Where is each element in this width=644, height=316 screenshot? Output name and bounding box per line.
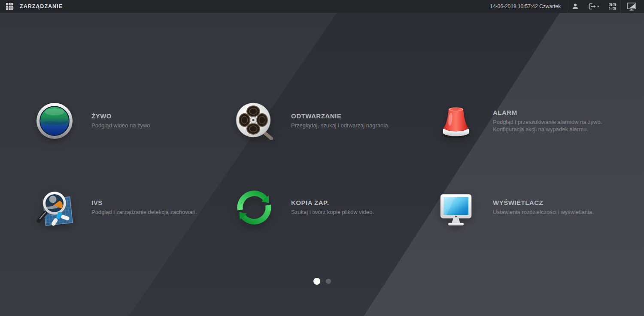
tile-desc-line2: Konfiguracja akcji na wypadek alarmu. [493,126,602,133]
tile-text: ODTWARZANIE Przeglądaj, szukaj i odtwarz… [291,112,389,129]
menu-tile-ivs[interactable]: IVS Podgląd i zarządzanie detekcją zacho… [36,189,234,226]
tile-title: IVS [91,199,197,206]
ivs-magnifier-icon [36,189,73,226]
tile-text: IVS Podgląd i zarządzanie detekcją zacho… [91,199,197,216]
page-dot-1[interactable] [313,278,320,285]
tile-desc: Przeglądaj, szukaj i odtwarzaj nagrania. [291,122,389,129]
tile-title: ODTWARZANIE [291,112,389,120]
tile-title: KOPIA ZAP. [291,199,374,206]
tile-desc: Szukaj i twórz kopie plików video. [291,209,374,216]
display-monitor-icon [437,189,475,226]
qr-code-icon[interactable] [604,0,620,13]
tile-text: KOPIA ZAP. Szukaj i twórz kopie plików v… [291,199,374,216]
page-dot-2[interactable] [326,279,331,284]
live-view-icon [36,102,73,140]
page-title: ZARZĄDZANIE [20,3,63,9]
tile-title: ŻYWO [91,112,152,120]
film-reel-icon [235,102,273,140]
top-bar-left: ZARZĄDZANIE [0,0,63,13]
tile-title: WYŚWIETLACZ [493,199,594,206]
menu-tile-zywo[interactable]: ŻYWO Podgląd wideo na żywo. [36,102,234,140]
display-output-icon[interactable] [621,0,640,13]
background-art [0,13,644,316]
menu-tile-alarm[interactable]: ALARM Podgląd i przeszukiwanie alarmów n… [437,102,635,140]
alarm-siren-icon [437,102,475,140]
user-icon[interactable] [567,0,583,13]
tile-text: ALARM Podgląd i przeszukiwanie alarmów n… [493,109,602,133]
datetime-display: 14-06-2018 10:57:42 Czwartek [490,3,561,9]
tile-title: ALARM [493,109,602,116]
top-bar-right: 14-06-2018 10:57:42 Czwartek [490,0,644,13]
tile-desc: Ustawienia rozdzielczości i wyświetlania… [493,209,594,216]
menu-tile-odtwarzanie[interactable]: ODTWARZANIE Przeglądaj, szukaj i odtwarz… [235,102,434,140]
backup-sync-icon [235,189,273,226]
menu-tile-kopia-zap[interactable]: KOPIA ZAP. Szukaj i twórz kopie plików v… [235,189,434,226]
tile-text: WYŚWIETLACZ Ustawienia rozdzielczości i … [493,199,594,216]
pagination [0,277,644,286]
tile-desc: Podgląd wideo na żywo. [91,122,152,129]
top-bar: ZARZĄDZANIE 14-06-2018 10:57:42 Czwartek [0,0,644,13]
logout-icon[interactable] [583,0,604,13]
menu-tile-wyswietlacz[interactable]: WYŚWIETLACZ Ustawienia rozdzielczości i … [437,189,635,226]
tile-desc: Podgląd i zarządzanie detekcją zachowań. [91,209,197,216]
tile-text: ŻYWO Podgląd wideo na żywo. [91,112,152,129]
tile-desc: Podgląd i przeszukiwanie alarmów na żywo… [493,119,602,126]
apps-grid-icon[interactable] [6,0,13,13]
